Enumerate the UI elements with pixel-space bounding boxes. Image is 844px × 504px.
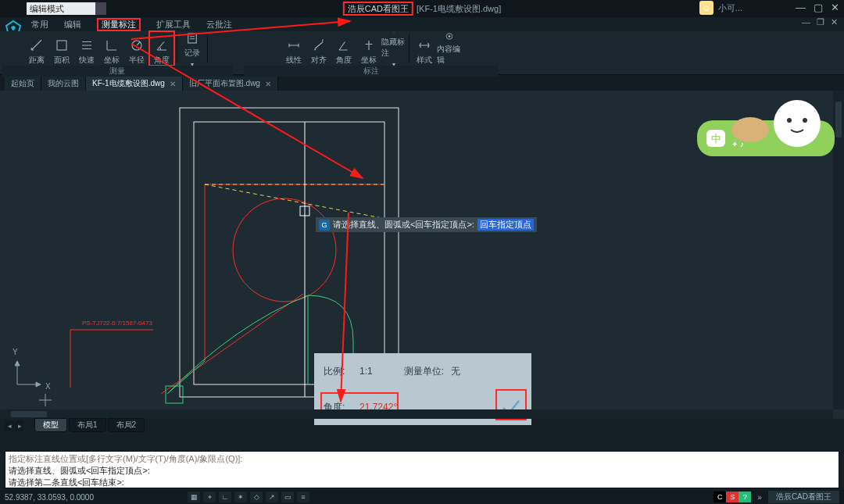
svg-point-30 [731,117,769,142]
tool-radius[interactable]: 半径 [124,31,149,66]
user-name: 小可... [718,2,742,14]
svg-point-5 [448,35,449,37]
svg-text:中: 中 [711,133,721,145]
window-controls: — ▢ ✕ [796,2,839,13]
tool-distance[interactable]: 距离 [24,31,49,66]
s-icon[interactable]: S [726,491,738,502]
toggle-lwt-icon[interactable]: ≡ [297,491,309,502]
prompt-text: 请选择直线、圆弧或<回车指定顶点>: [333,219,474,231]
dim-angle[interactable]: 角度 [331,31,356,66]
ribbon-group-measure: 距离 面积 快速 坐标 半径 角度 记录▾ 测量 [0,31,234,74]
menu-ext-tools[interactable]: 扩展工具 [156,19,191,30]
svg-rect-2 [188,34,197,43]
maximize-button[interactable]: ▢ [814,2,823,13]
toggle-grid-icon[interactable]: ▦ [188,491,200,502]
command-history[interactable]: 指定标注直线位置或[多行文字(M)/文字(T)/角度(A)/象限点(Q)]: 请… [5,451,839,488]
svg-point-9 [233,198,336,302]
current-file: [KF-1电缆敷设图.dwg] [417,3,501,15]
unit-value: 无 [451,365,460,378]
status-bar: 52.9387, 33.0593, 0.0000 ▦ ⌖ ∟ ✶ ◇ ↗ ▭ ≡… [0,490,844,504]
title-bar: 编辑模式 浩辰CAD看图王 [KF-1电缆敷设图.dwg] ☺ 小可... — … [0,0,844,17]
group-label-measure: 测量 [2,66,233,77]
ribbon: 距离 面积 快速 坐标 半径 角度 记录▾ 测量 线性 对齐 角度 坐标 隐藏标… [0,31,844,75]
close-icon[interactable]: ✕ [265,80,271,88]
tool-record[interactable]: 记录▾ [180,31,205,66]
app-glyph-icon: G [319,220,330,231]
status-brand: 浩辰CAD看图王 [768,491,839,503]
svg-line-12 [205,184,386,219]
minimize-button[interactable]: — [796,2,806,13]
svg-text:X: X [45,382,51,391]
mascot-sticker: 中 ✦ ♪ [696,95,836,158]
tab-cloud[interactable]: 我的云图 [41,77,86,91]
svg-point-28 [787,118,792,123]
dim-hide[interactable]: 隐藏标注▾ [381,31,406,66]
subwin-close-icon[interactable]: ✕ [831,17,838,27]
file-tab-bar: 起始页 我的云图 KF-1电缆敷设图.dwg✕ 旧厂平面布置图.dwg✕ [0,75,844,91]
cmd-line: 指定标注直线位置或[多行文字(M)/文字(T)/角度(A)/象限点(Q)]: [9,453,835,465]
toggle-osnap-icon[interactable]: ◇ [250,491,263,502]
svg-point-27 [774,100,821,147]
mode-dropdown-icon[interactable] [95,2,106,15]
dim-linear[interactable]: 线性 [281,31,306,66]
menu-common[interactable]: 常用 [31,19,48,30]
product-name: 浩辰CAD看图王 [343,2,413,16]
user-badge[interactable]: ☺ 小可... [699,1,742,15]
svg-point-29 [803,118,807,123]
tab-layout1[interactable]: 布局1 [69,418,106,432]
tool-area[interactable]: 面积 [49,31,74,66]
drawing-note: PS-TJ722-0.7/1587-0473 [82,320,152,327]
cursor-coords: 52.9387, 33.0593, 0.0000 [5,493,94,502]
toggle-track-icon[interactable]: ↗ [266,491,278,502]
avatar-icon: ☺ [699,1,713,15]
cmd-line: 请选择第二条直线<回车结束>: [9,477,835,488]
tab-start[interactable]: 起始页 [5,77,41,91]
menu-measure-dim[interactable]: 测量标注 [97,18,141,31]
tab-file-1[interactable]: KF-1电缆敷设图.dwg✕ [86,77,183,91]
q-icon[interactable]: ? [738,491,751,502]
close-icon[interactable]: ✕ [170,80,176,88]
close-button[interactable]: ✕ [831,2,839,13]
toggle-ortho-icon[interactable]: ∟ [219,491,231,502]
prompt-highlight[interactable]: 回车指定顶点 [477,219,534,231]
dim-edit[interactable]: 内容编辑 [437,31,462,66]
group-label-dim: 标注 [244,66,499,77]
tool-coord[interactable]: 坐标 [99,31,124,66]
ribbon-group-dim: 线性 对齐 角度 坐标 隐藏标注▾ 样式 内容编辑 标注 [242,31,500,74]
menu-bar: 常用 编辑 测量标注 扩展工具 云批注 — ❐ ✕ [0,17,844,31]
model-layout-tabs: 模型 布局1 布局2 [34,418,145,432]
unit-label: 测量单位: [404,365,451,378]
tab-layout2[interactable]: 布局2 [108,418,145,432]
tab-model[interactable]: 模型 [34,418,67,432]
status-toggles: ▦ ⌖ ∟ ✶ ◇ ↗ ▭ ≡ [188,491,309,502]
svg-rect-0 [57,41,66,50]
toggle-polar-icon[interactable]: ✶ [234,491,247,502]
c-icon[interactable]: C [713,491,726,502]
ratio-label: 比例: [324,365,359,378]
toggle-dyn-icon[interactable]: ▭ [281,491,294,502]
window-title: 浩辰CAD看图王 [KF-1电缆敷设图.dwg] [343,0,501,17]
subwin-restore-icon[interactable]: ❐ [817,17,824,27]
dim-style[interactable]: 样式 [412,31,437,66]
model-tab-nav[interactable]: ◂▸ [5,420,24,431]
tool-quick[interactable]: 快速 [74,31,99,66]
menu-cloud-annot[interactable]: 云批注 [206,19,232,30]
dynamic-input-prompt: G 请选择直线、圆弧或<回车指定顶点>: 回车指定顶点 [316,217,537,232]
status-browser-icons: C S ? [713,491,751,502]
toggle-snap-icon[interactable]: ⌖ [203,491,216,502]
tool-angle[interactable]: 角度 [149,31,174,66]
tab-file-2[interactable]: 旧厂平面布置图.dwg✕ [183,77,278,91]
svg-text:Y: Y [13,348,18,356]
status-expand-icon[interactable]: » [757,493,762,502]
ratio-value: 1:1 [359,366,373,377]
svg-point-3 [392,32,395,34]
mode-combo[interactable]: 编辑模式 [27,2,95,15]
dim-coord[interactable]: 坐标 [356,31,381,66]
cmd-line: 请选择直线、圆弧或<回车指定顶点>: [9,465,835,477]
subwin-minimize-icon[interactable]: — [802,17,810,27]
menu-edit[interactable]: 编辑 [64,19,81,30]
svg-text:✦ ♪: ✦ ♪ [731,140,744,148]
dim-aligned[interactable]: 对齐 [306,31,331,66]
